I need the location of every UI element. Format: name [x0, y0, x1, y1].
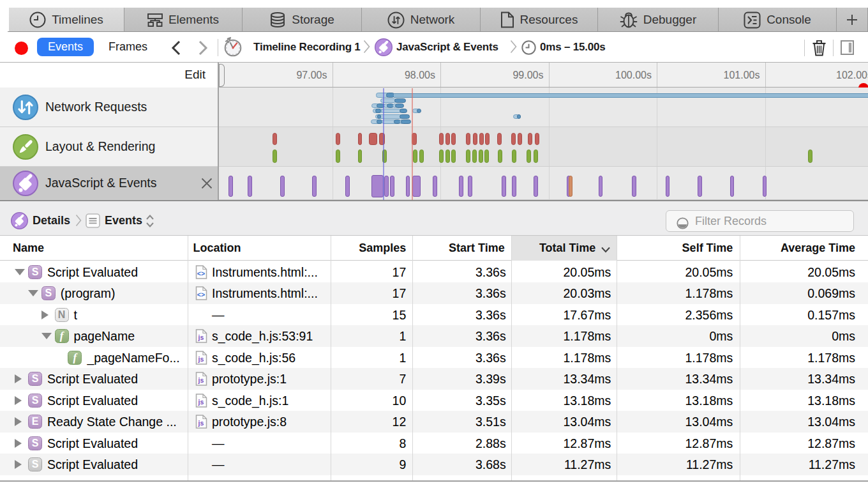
svg-text:js: js [198, 397, 204, 405]
svg-text:js: js [198, 333, 204, 341]
svg-text:js: js [198, 355, 204, 362]
svg-text:<>: <> [197, 269, 205, 277]
svg-text:js: js [198, 419, 204, 427]
svg-text:js: js [198, 376, 204, 384]
svg-text:<>: <> [197, 291, 205, 298]
